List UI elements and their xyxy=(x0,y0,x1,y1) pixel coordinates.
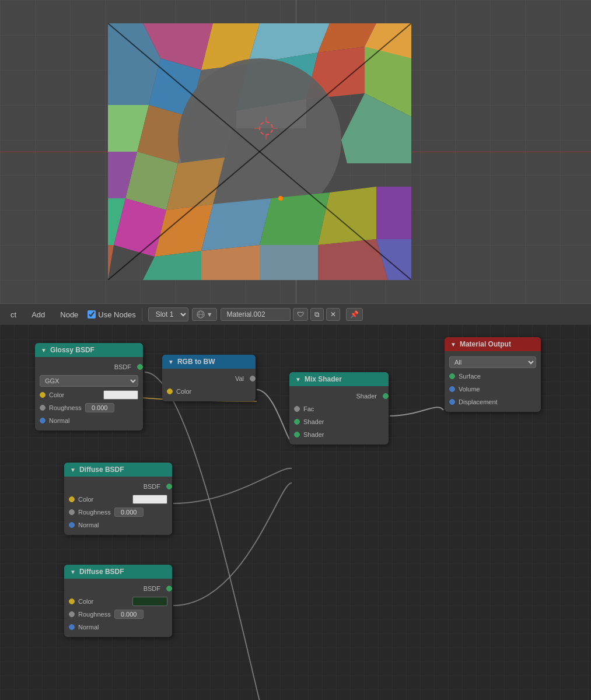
node-diffuse-bsdf-1-header: ▼ Diffuse BSDF xyxy=(64,463,172,477)
add-button[interactable]: Add xyxy=(26,309,51,321)
node-rgb-to-bw[interactable]: ▼ RGB to BW Val Color xyxy=(162,355,256,401)
svg-marker-26 xyxy=(201,245,260,280)
svg-marker-24 xyxy=(376,187,411,239)
ct-button[interactable]: ct xyxy=(5,309,22,321)
mix-shader1-row: Shader xyxy=(289,415,389,428)
svg-marker-27 xyxy=(260,245,318,280)
glossy-color-row: Color xyxy=(35,388,143,401)
node-mix-shader-body: Shader Fac Shader Shader xyxy=(289,386,389,444)
material-output-target-select[interactable]: All xyxy=(449,356,536,368)
diffuse1-bsdf-output-socket[interactable] xyxy=(166,484,172,489)
diffuse2-color-row: Color xyxy=(64,595,172,608)
viewport[interactable] xyxy=(0,0,591,303)
voronoi-plane xyxy=(108,23,411,280)
node-rgb-to-bw-header: ▼ RGB to BW xyxy=(162,355,256,369)
material-volume-row: Volume xyxy=(445,383,541,396)
diffuse1-color-row: Color xyxy=(64,493,172,506)
node-mix-shader-header: ▼ Mix Shader xyxy=(289,372,389,386)
mix-shader2-socket[interactable] xyxy=(294,432,300,438)
diffuse2-roughness-row: Roughness 0.000 xyxy=(64,608,172,621)
glossy-bsdf-output-socket[interactable] xyxy=(137,364,143,370)
node-material-output-header: ▼ Material Output xyxy=(445,337,541,351)
diffuse1-normal-socket[interactable] xyxy=(69,522,75,528)
node-material-output[interactable]: ▼ Material Output All Surface Volume xyxy=(445,337,541,412)
origin-dot xyxy=(278,196,283,201)
mix-shader-output-socket[interactable] xyxy=(383,393,389,399)
material-volume-socket[interactable] xyxy=(449,386,455,392)
rgb-color-socket[interactable] xyxy=(167,388,173,394)
use-nodes-checkbox[interactable]: Use Nodes xyxy=(88,310,135,319)
mix-fac-socket[interactable] xyxy=(294,406,300,412)
rgb-val-output-row: Val xyxy=(162,372,256,385)
globe-icon xyxy=(196,310,205,319)
glossy-color-socket[interactable] xyxy=(40,392,46,398)
diffuse1-color-swatch[interactable] xyxy=(132,495,167,504)
separator xyxy=(142,308,142,321)
diffuse1-color-socket[interactable] xyxy=(69,496,75,502)
diffuse2-bsdf-output-row: BSDF xyxy=(64,582,172,595)
diffuse1-normal-row: Normal xyxy=(64,519,172,531)
node-material-output-body: All Surface Volume Displacement xyxy=(445,351,541,412)
node-rgb-to-bw-body: Val Color xyxy=(162,369,256,401)
mix-fac-row: Fac xyxy=(289,402,389,415)
copy-icon-btn[interactable]: ⧉ xyxy=(310,308,324,321)
close-icon-btn[interactable]: ✕ xyxy=(326,308,340,321)
diffuse1-roughness-socket[interactable] xyxy=(69,509,75,515)
slot-select[interactable]: Slot 1 xyxy=(148,307,188,321)
node-diffuse-bsdf-1-body: BSDF Color Roughness 0.000 Normal xyxy=(64,477,172,535)
rgb-val-output-socket[interactable] xyxy=(250,376,256,382)
diffuse1-bsdf-output-row: BSDF xyxy=(64,480,172,493)
pin-icon-btn[interactable]: 📌 xyxy=(346,308,363,321)
node-glossy-bsdf-body: BSDF GGX Color Roughness 0.000 xyxy=(35,357,143,430)
diffuse1-roughness-row: Roughness 0.000 xyxy=(64,506,172,519)
diffuse1-roughness-value[interactable]: 0.000 xyxy=(114,508,144,517)
material-surface-socket[interactable] xyxy=(449,373,455,379)
glossy-normal-row: Normal xyxy=(35,414,143,427)
glossy-roughness-value[interactable]: 0.000 xyxy=(85,403,114,412)
material-displacement-socket[interactable] xyxy=(449,399,455,405)
glossy-distribution-row: GGX xyxy=(35,373,143,388)
material-surface-row: Surface xyxy=(445,370,541,383)
svg-marker-28 xyxy=(318,239,388,280)
material-selector: Material.002 🛡 ⧉ ✕ xyxy=(221,308,340,321)
node-glossy-bsdf-header: ▼ Glossy BSDF xyxy=(35,343,143,357)
diffuse2-normal-row: Normal xyxy=(64,621,172,634)
node-mix-shader[interactable]: ▼ Mix Shader Shader Fac Shader Shader xyxy=(289,372,389,444)
node-diffuse-bsdf-1[interactable]: ▼ Diffuse BSDF BSDF Color Roughness 0.00… xyxy=(64,463,172,535)
mix-shader-output-row: Shader xyxy=(289,390,389,402)
glossy-normal-socket[interactable] xyxy=(40,418,46,424)
node-glossy-bsdf[interactable]: ▼ Glossy BSDF BSDF GGX Color xyxy=(35,343,143,430)
diffuse2-normal-socket[interactable] xyxy=(69,624,75,630)
glossy-bsdf-output-row: BSDF xyxy=(35,360,143,373)
diffuse2-roughness-value[interactable]: 0.000 xyxy=(114,610,144,619)
node-diffuse-bsdf-2-body: BSDF Color Roughness 0.000 Normal xyxy=(64,579,172,637)
diffuse2-roughness-socket[interactable] xyxy=(69,611,75,617)
mix-shader2-row: Shader xyxy=(289,428,389,441)
material-displacement-row: Displacement xyxy=(445,396,541,408)
mix-shader1-socket[interactable] xyxy=(294,419,300,425)
glossy-color-swatch[interactable] xyxy=(103,390,138,400)
diffuse2-color-socket[interactable] xyxy=(69,598,75,604)
node-diffuse-bsdf-2[interactable]: ▼ Diffuse BSDF BSDF Color Roughness 0.00… xyxy=(64,565,172,637)
glossy-roughness-socket[interactable] xyxy=(40,405,46,411)
world-icon-btn[interactable]: ▼ xyxy=(192,308,217,321)
node-editor[interactable]: ▼ Glossy BSDF BSDF GGX Color xyxy=(0,326,591,700)
rgb-color-row: Color xyxy=(162,385,256,398)
node-editor-toolbar: ct Add Node Use Nodes Slot 1 ▼ Material.… xyxy=(0,303,591,326)
globe-dropdown-arrow: ▼ xyxy=(207,311,213,318)
node-button[interactable]: Node xyxy=(54,309,84,321)
node-diffuse-bsdf-2-header: ▼ Diffuse BSDF xyxy=(64,565,172,579)
glossy-roughness-row: Roughness 0.000 xyxy=(35,401,143,414)
diffuse2-color-swatch[interactable] xyxy=(132,597,167,606)
shield-icon-btn[interactable]: 🛡 xyxy=(293,308,308,321)
material-output-all-row: All xyxy=(445,355,541,370)
glossy-distribution-select[interactable]: GGX xyxy=(40,375,138,387)
diffuse2-bsdf-output-socket[interactable] xyxy=(166,586,172,592)
material-name[interactable]: Material.002 xyxy=(221,308,291,321)
3d-cursor xyxy=(259,121,273,135)
